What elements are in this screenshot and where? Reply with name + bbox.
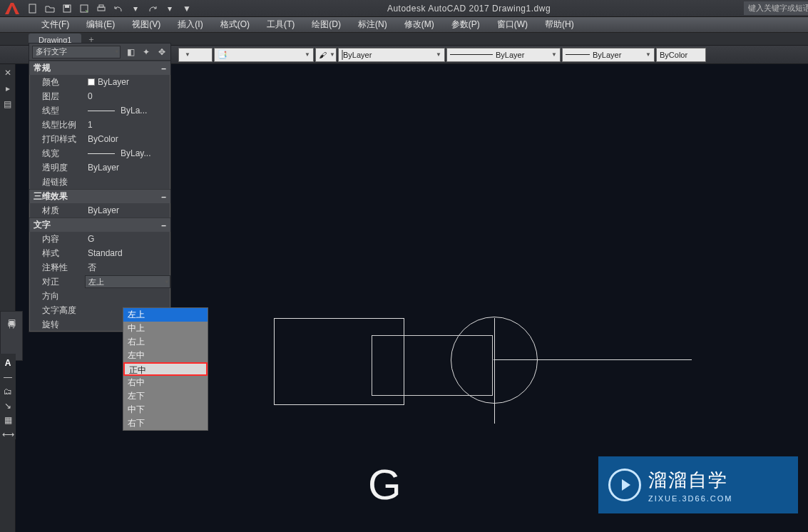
undo-drop-icon[interactable]: ▾ <box>128 1 143 16</box>
close-panel-icon[interactable]: ✕ <box>2 67 14 78</box>
left-palette-strip: A — 🗂 ↘ ▦ ⟷ <box>0 354 16 439</box>
justify-option[interactable]: 中上 <box>123 322 208 335</box>
justify-option[interactable]: 右上 <box>123 335 208 349</box>
section-3d[interactable]: 三维效果– <box>29 189 170 203</box>
val-layer[interactable]: 0 <box>85 91 170 101</box>
layer-combo[interactable]: 📑▼ <box>214 48 314 62</box>
lineweight-combo[interactable]: ByLayer▼ <box>562 48 655 62</box>
lbl-ltscale: 线型比例 <box>29 119 85 131</box>
title-bar: ▾ ▾ ▼ Autodesk AutoCAD 2017 Drawing1.dwg… <box>0 0 808 17</box>
justify-option[interactable]: 左中 <box>123 349 208 362</box>
justify-option[interactable]: 左下 <box>123 389 208 403</box>
undo-icon[interactable] <box>111 1 126 16</box>
watermark-en: ZIXUE.3D66.COM <box>648 494 732 503</box>
toggle-icon[interactable]: ▣ <box>8 317 16 327</box>
justify-option[interactable]: 左上 <box>123 308 208 322</box>
menu-format[interactable]: 格式(O) <box>212 17 258 32</box>
quickselect-icon[interactable]: ◧ <box>125 46 136 58</box>
lbl-color: 颜色 <box>29 76 85 88</box>
select-object-icon[interactable]: ✦ <box>140 46 152 58</box>
watermark-cn: 溜溜自学 <box>648 468 732 493</box>
save-icon[interactable] <box>60 1 74 16</box>
menu-parametric[interactable]: 参数(P) <box>443 17 489 32</box>
menu-dimension[interactable]: 标注(N) <box>349 17 396 32</box>
linetype-text: ByLayer <box>496 51 524 59</box>
menu-file[interactable]: 文件(F) <box>33 17 78 32</box>
play-icon <box>608 469 641 501</box>
justify-option[interactable]: 右下 <box>123 416 208 430</box>
keyword-search[interactable]: 键入关键字或短语 <box>744 1 808 15</box>
menu-view[interactable]: 视图(V) <box>123 17 169 32</box>
justify-option[interactable]: 中下 <box>123 403 208 416</box>
dimension-icon[interactable]: ⟷ <box>2 429 14 439</box>
menu-window[interactable]: 窗口(W) <box>489 17 536 32</box>
redo-drop-icon[interactable]: ▾ <box>163 1 177 16</box>
plotstyle-field: ByColor <box>656 48 706 62</box>
bylayer-color-combo[interactable]: ByLayer▼ <box>338 48 445 62</box>
menu-insert[interactable]: 插入(I) <box>169 17 211 32</box>
val-contents[interactable]: G <box>85 234 170 244</box>
lbl-style: 样式 <box>29 247 85 260</box>
layertool-combo[interactable]: 🖌▼ <box>315 48 337 62</box>
lbl-plotstyle: 打印样式 <box>29 133 85 145</box>
val-annotative[interactable]: 否 <box>85 262 170 274</box>
lbl-material: 材质 <box>29 205 85 217</box>
menu-modify[interactable]: 修改(M) <box>396 17 443 32</box>
left-tool-strip: ✕ ▸ ▤ <box>0 64 16 532</box>
app-logo[interactable] <box>0 0 24 17</box>
multileader-icon[interactable]: ↘ <box>4 401 11 411</box>
qat-dropdown-icon[interactable]: ▼ <box>180 1 194 16</box>
quick-access-toolbar: ▾ ▾ ▼ <box>24 1 194 16</box>
redo-icon[interactable] <box>145 1 160 16</box>
lbl-contents: 内容 <box>29 233 85 245</box>
object-type-combo[interactable]: 多行文字▼ <box>32 46 121 58</box>
lbl-height: 文字高度 <box>29 305 85 317</box>
color-combo[interactable]: ▼ <box>178 48 213 62</box>
val-plotstyle[interactable]: ByColor <box>85 134 170 144</box>
justify-option[interactable]: 正中 <box>123 362 208 376</box>
pick-point-icon[interactable]: ✥ <box>156 46 168 58</box>
layer-icon: 📑 <box>218 50 227 59</box>
menu-bar: 文件(F) 编辑(E) 视图(V) 插入(I) 格式(O) 工具(T) 绘图(D… <box>0 17 808 33</box>
val-color[interactable]: ByLayer <box>85 77 170 87</box>
layer-icon[interactable]: 🗂 <box>4 387 12 397</box>
menu-tools[interactable]: 工具(T) <box>258 17 303 32</box>
menu-edit[interactable]: 编辑(E) <box>78 17 123 32</box>
justify-option[interactable]: 右中 <box>123 376 208 389</box>
val-ltscale[interactable]: 1 <box>85 120 170 130</box>
properties-header: 多行文字▼ ◧ ✦ ✥ <box>29 44 170 61</box>
svg-rect-0 <box>29 4 36 13</box>
val-justify[interactable]: 左上▼ <box>85 275 170 288</box>
val-material[interactable]: ByLayer <box>85 205 170 215</box>
canvas-text-g: G <box>368 460 402 509</box>
svg-rect-4 <box>98 7 105 11</box>
lbl-hyperlink: 超链接 <box>29 176 85 188</box>
menu-draw[interactable]: 绘图(D) <box>303 17 349 32</box>
lineweight-text: ByLayer <box>593 51 621 59</box>
lbl-rotation: 旋转 <box>29 319 85 331</box>
new-icon[interactable] <box>26 1 40 16</box>
val-transparency[interactable]: ByLayer <box>85 163 170 173</box>
saveas-icon[interactable] <box>77 1 91 16</box>
val-linetype[interactable]: ByLa... <box>85 106 170 116</box>
lbl-layer: 图层 <box>29 91 85 103</box>
svg-rect-2 <box>65 5 69 8</box>
pin-icon[interactable]: ▸ <box>2 83 14 94</box>
app-title: Autodesk AutoCAD 2017 Drawing1.dwg <box>194 4 744 14</box>
linetype-combo[interactable]: ByLayer▼ <box>446 48 561 62</box>
svg-rect-5 <box>99 5 103 7</box>
section-general[interactable]: 常规– <box>29 61 170 75</box>
divider-icon: — <box>4 372 12 382</box>
section-text[interactable]: 文字– <box>29 218 170 232</box>
text-a-icon[interactable]: A <box>5 358 11 368</box>
watermark: 溜溜自学 ZIXUE.3D66.COM <box>598 456 798 513</box>
menu-help[interactable]: 帮助(H) <box>536 17 583 32</box>
menu-icon[interactable]: ▤ <box>2 98 14 110</box>
open-icon[interactable] <box>43 1 57 16</box>
print-icon[interactable] <box>94 1 108 16</box>
table-icon[interactable]: ▦ <box>4 415 12 425</box>
hline-shape <box>494 359 692 360</box>
lbl-justify: 对正 <box>29 276 85 288</box>
val-style[interactable]: Standard <box>85 248 170 258</box>
val-lineweight[interactable]: ByLay... <box>85 148 170 158</box>
